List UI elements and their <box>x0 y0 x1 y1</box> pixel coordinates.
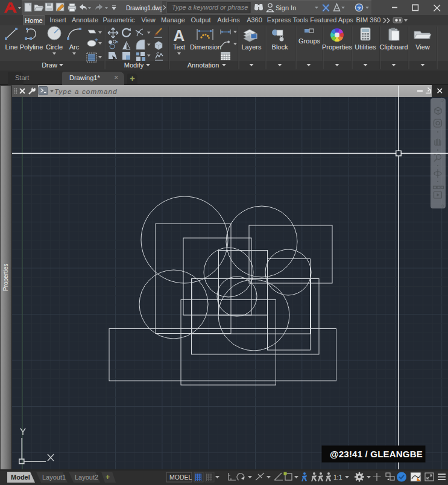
svg-text:Block: Block <box>272 43 288 51</box>
svg-text:Layout2: Layout2 <box>75 474 98 481</box>
svg-text:MODEL: MODEL <box>169 474 192 481</box>
svg-text:?: ? <box>357 5 361 11</box>
svg-text:View: View <box>415 43 430 51</box>
svg-text:Sign In: Sign In <box>276 4 296 11</box>
svg-text:@23!41 / GLEANGBE: @23!41 / GLEANGBE <box>330 449 423 459</box>
svg-text:Layers: Layers <box>241 43 262 51</box>
svg-text:Arc: Arc <box>69 43 80 51</box>
svg-text:Line: Line <box>5 43 18 51</box>
svg-text:Draw: Draw <box>42 61 57 69</box>
svg-text:Model: Model <box>11 474 30 481</box>
svg-text:A: A <box>174 27 185 45</box>
svg-text:Groups: Groups <box>298 37 321 45</box>
svg-text:Circle: Circle <box>46 43 63 51</box>
svg-text:Layout1: Layout1 <box>42 474 66 481</box>
svg-text:Properties: Properties <box>322 43 353 51</box>
svg-text:+: + <box>106 473 110 481</box>
svg-text:Clipboard: Clipboard <box>379 43 408 51</box>
svg-text:Text: Text <box>173 43 185 51</box>
svg-text:Utilities: Utilities <box>355 43 376 51</box>
svg-text:1:1: 1:1 <box>333 474 342 481</box>
svg-text:Polyline: Polyline <box>20 43 43 51</box>
svg-text:Modify: Modify <box>124 61 144 69</box>
svg-text:Type a keyword or phrase: Type a keyword or phrase <box>172 4 248 11</box>
svg-text:Dimension: Dimension <box>190 43 221 51</box>
svg-text:Annotation: Annotation <box>188 61 219 69</box>
svg-text:Drawing1.dwg: Drawing1.dwg <box>126 5 163 11</box>
